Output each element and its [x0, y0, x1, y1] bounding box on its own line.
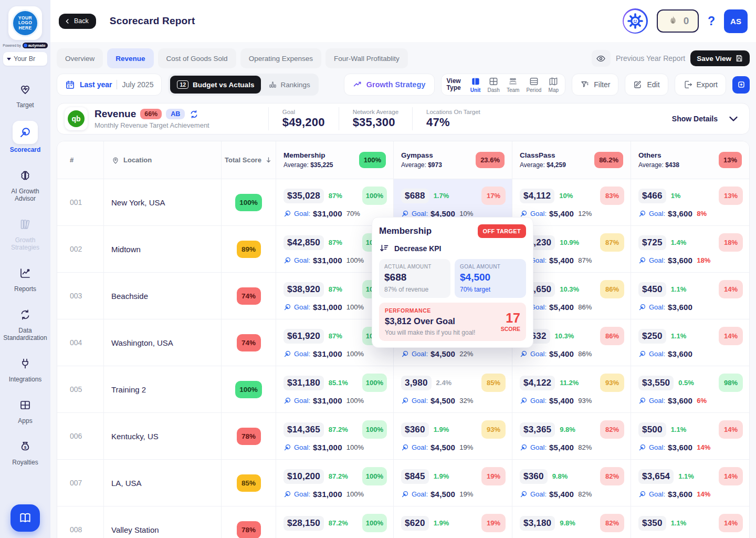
brand-selector[interactable]: Your Br	[3, 52, 47, 66]
kpi-cell[interactable]: $3601.9%93%Goal:$4,50019%	[393, 413, 512, 459]
kpi-goal: Goal:$31,00070%	[284, 209, 387, 218]
view-option-team[interactable]: Team	[506, 76, 520, 93]
previous-year-report-toggle[interactable]: Previous Year Report	[592, 50, 685, 67]
ab-badge: AB	[166, 109, 185, 119]
kpi-cell[interactable]: $8451.9%19%Goal:$4,50019%	[393, 460, 512, 506]
help-button[interactable]: ?	[708, 14, 715, 28]
view-option-period[interactable]: Period	[525, 76, 542, 93]
sidebar-item-scorecard[interactable]: Scorecard	[0, 121, 50, 153]
goal-icon	[401, 350, 409, 358]
date-range-picker[interactable]: Last year July 2025	[57, 74, 162, 96]
settings-button[interactable]	[623, 8, 648, 34]
row-total-score: 89%	[221, 226, 276, 272]
kpi-goal: Goal:$31,000100%	[284, 396, 387, 405]
knowledge-base-button[interactable]	[10, 504, 40, 532]
kpi-cell[interactable]: $4661%13%Goal:$3,6008%	[631, 179, 749, 225]
kpi-cell[interactable]: 3,9802.4%85%Goal:$4,50032%	[393, 366, 512, 412]
kpi-cell[interactable]: $4,12211.2%93%Goal:$5,40093%	[512, 366, 631, 412]
table-row[interactable]: 007LA, USA85%$10,20087.2%100%Goal:$31,00…	[57, 460, 749, 506]
tab-revenue[interactable]: Revenue	[107, 48, 153, 68]
tab-cost-of-goods-sold[interactable]: Cost of Goods Sold	[158, 48, 236, 68]
gear-smiley-icon	[626, 12, 644, 30]
kpi-score-badge: 14%	[719, 420, 743, 439]
sidebar-item-apps[interactable]: Apps	[0, 395, 50, 425]
total-score-column-header[interactable]: Total Score	[221, 141, 276, 179]
view-option-dash[interactable]: Dash	[487, 76, 501, 93]
show-details-toggle[interactable]: Show Details	[672, 112, 740, 125]
back-button[interactable]: Back	[59, 14, 96, 29]
kpi-cell[interactable]: $10,20087.2%100%Goal:$31,000100%	[276, 460, 393, 506]
export-button[interactable]: Export	[675, 74, 726, 96]
location-column-header[interactable]: Location	[103, 141, 221, 179]
kpi-cell[interactable]: $3,5500.5%98%Goal:$3,6006%	[631, 366, 749, 412]
kpi-header-gympass[interactable]: GympassAverage: $973 23.6%	[393, 141, 512, 179]
kpi-goal: Goal:$4,50022%	[401, 349, 506, 358]
kpi-cell[interactable]: $6201.9%19%Goal:$4,50019%	[393, 506, 512, 538]
books-icon	[14, 214, 37, 234]
view-option-map[interactable]: Map	[547, 76, 560, 93]
revenue-summary-card: qb Revenue 66% AB Monthly Revenue Target…	[57, 103, 750, 134]
kpi-percent-of-revenue: 11.2%	[560, 379, 579, 387]
sidebar-item-target[interactable]: Target	[0, 79, 50, 109]
filter-button[interactable]: Filter	[572, 74, 618, 96]
kpi-cell[interactable]: $3,3659.8%82%Goal:$5,40082%	[512, 413, 631, 459]
growth-strategy-button[interactable]: Growth Strategy	[344, 74, 435, 96]
table-row[interactable]: 005Training 2100%$31,18085.1%100%Goal:$3…	[57, 366, 749, 413]
kpi-cell[interactable]: $3609.8%82%Goal:$5,40082%	[512, 460, 631, 506]
unit-view-icon	[470, 76, 481, 87]
sidebar-item-reports[interactable]: Reports	[0, 263, 50, 293]
sidebar-item-royalties[interactable]: $ Royalties	[0, 437, 50, 466]
sidebar-item-growth-strategies[interactable]: Growth Strategies	[0, 214, 50, 251]
budget-vs-actuals-toggle[interactable]: 12 Budget vs Actuals	[170, 76, 261, 94]
kpi-cell[interactable]: $31,18085.1%100%Goal:$31,000100%	[276, 366, 393, 412]
rankings-toggle[interactable]: Rankings	[262, 80, 316, 89]
add-button[interactable]	[732, 76, 750, 94]
tab-four-wall-profitability[interactable]: Four-Wall Profitablity	[326, 48, 408, 68]
sidebar-nav: Target Scorecard AI Growth Advisor Growt…	[0, 79, 50, 478]
kpi-cell[interactable]: $7251.4%18%Goal:$3,60018%	[631, 226, 749, 272]
kpi-header-others[interactable]: OthersAverage: $438 13%	[631, 141, 749, 179]
user-avatar[interactable]: AS	[724, 9, 748, 33]
kpi-cell[interactable]: $14,36587.2%100%Goal:$31,000100%	[276, 413, 393, 459]
sidebar-item-integrations[interactable]: Integrations	[0, 354, 50, 383]
sidebar-item-data-standardization[interactable]: Data Standardization	[0, 305, 50, 342]
kpi-cell[interactable]: $3,6541.1%14%Goal:$3,60014%	[631, 460, 749, 506]
kpi-goal: Goal:$4,50032%	[401, 396, 506, 405]
divider	[117, 80, 117, 89]
save-view-button[interactable]: Save View	[690, 50, 750, 66]
kpi-percent-of-revenue: 87%	[329, 239, 342, 246]
kpi-goal: Goal:$3,6008%	[638, 209, 743, 218]
kpi-cell[interactable]: $4501.1%14%Goal:$3,600	[631, 273, 749, 319]
kpi-score-badge: 86%	[600, 280, 624, 298]
row-location: Washington, USA	[103, 319, 221, 366]
view-option-unit[interactable]: Unit	[469, 76, 482, 93]
kpi-cell[interactable]: $2501.1%14%Goal:$3,600	[631, 319, 749, 366]
kpi-header-membership[interactable]: MembershipAverage: $35,225 100%	[276, 141, 393, 179]
credits-counter[interactable]: 0	[657, 9, 699, 33]
kpi-value: $725	[638, 235, 666, 250]
tab-operating-expenses[interactable]: Operating Expenses	[240, 48, 321, 68]
last-year-label: Last year	[80, 80, 112, 89]
goal-icon	[284, 350, 291, 358]
page-title: Scorecard Report	[110, 15, 195, 27]
kpi-cell[interactable]: $3501.1%14%Goal:$3,60014%	[631, 506, 749, 538]
sidebar-item-ai-growth-advisor[interactable]: AI Growth Advisor	[0, 165, 50, 202]
sync-icon	[14, 305, 37, 325]
kpi-value: $360	[520, 469, 548, 484]
table-row[interactable]: 008Valley Station78%$28,15087.2%100%Goal…	[57, 506, 749, 538]
table-row[interactable]: 006Kentucky, US78%$14,36587.2%100%Goal:$…	[57, 413, 749, 460]
kpi-cell[interactable]: $3,1809.8%82%Goal:$5,40082%	[512, 506, 631, 538]
kpi-header-classpass[interactable]: ClassPassAverage: $4,259 86.2%	[512, 141, 631, 179]
edit-button[interactable]: Edit	[625, 74, 668, 96]
kpi-value: $4,112	[520, 189, 554, 203]
refresh-icon[interactable]	[189, 109, 199, 119]
num-column-header: #	[57, 141, 103, 179]
kpi-value: $450	[638, 282, 666, 297]
kpi-percent-of-revenue: 1.1%	[671, 519, 687, 527]
kpi-cell[interactable]: $5001.1%14%Goal:$3,60014%	[631, 413, 749, 459]
row-total-score: 100%	[221, 179, 276, 225]
chevron-left-icon	[64, 18, 71, 25]
kpi-score-badge: 100%	[362, 420, 387, 439]
kpi-cell[interactable]: $28,15087.2%100%Goal:$31,000100%	[276, 506, 393, 538]
tab-overview[interactable]: Overview	[57, 48, 103, 68]
